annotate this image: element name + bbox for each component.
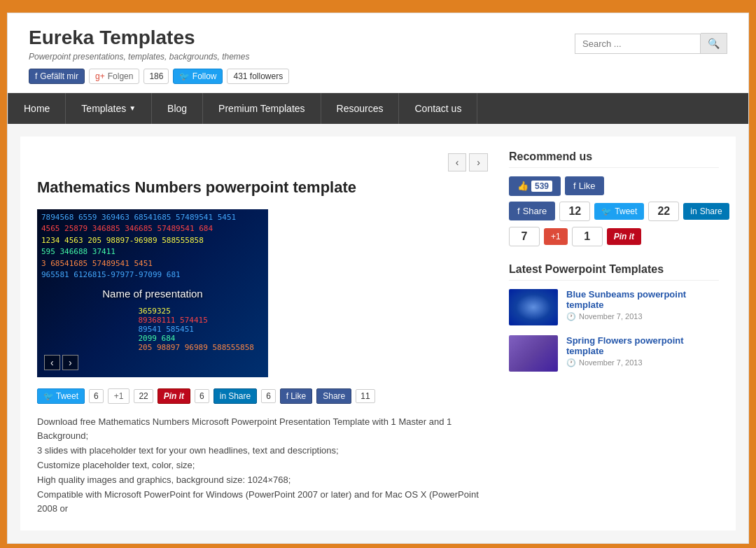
nav-item-premium-templates[interactable]: Premium Templates <box>203 93 321 124</box>
main-content: ‹ › Mathematics Numbers powerpoint templ… <box>37 150 488 517</box>
nav-item-home[interactable]: Home <box>8 93 66 124</box>
clock-icon-1: 🕐 <box>566 358 576 367</box>
facebook-icon: f <box>35 71 37 81</box>
search-button[interactable]: 🔍 <box>701 33 727 54</box>
pin-sidebar-count: 1 <box>572 227 603 246</box>
main-nav: Home Templates ▼ Blog Premium Templates … <box>8 93 748 124</box>
slide-overlay: 7894568 6559 369463 68541685 57489541 54… <box>37 209 268 377</box>
next-page-button[interactable]: › <box>469 153 488 171</box>
sidebar: Recommend us 👍 539 f Like f Share <box>509 150 719 517</box>
nav-item-blog[interactable]: Blog <box>152 93 203 124</box>
template-info-0: Blue Sunbeams powerpoint template 🕐 Nove… <box>566 289 719 321</box>
template-info-1: Spring Flowers powerpoint template 🕐 Nov… <box>566 335 719 367</box>
slide-number-overlay-4: 2099 684 <box>138 334 254 343</box>
twitter-follow-button[interactable]: 🐦 Follow <box>173 69 223 84</box>
slideshow-container: 7894568 6559 369463 68541685 57489541 54… <box>37 209 268 377</box>
nav-item-resources[interactable]: Resources <box>321 93 400 124</box>
gplus-follow-button[interactable]: g+ Folgen <box>89 69 139 84</box>
nav-item-templates[interactable]: Templates ▼ <box>66 93 152 124</box>
linkedin-icon: in <box>690 206 696 216</box>
page-navigation: ‹ › <box>448 153 488 171</box>
linkedin-icon: in <box>220 391 226 401</box>
gplus-share-count: 22 <box>134 389 153 403</box>
template-date-0: 🕐 November 7, 2013 <box>566 312 719 321</box>
content-area: ‹ › Mathematics Numbers powerpoint templ… <box>20 136 736 531</box>
twitter-share-icon: 🐦 <box>43 391 54 401</box>
tweet-bird-icon: 🐦 <box>601 206 612 216</box>
slide-number-overlay-2: 89368111 574415 <box>138 316 254 325</box>
recommend-section: Recommend us 👍 539 f Like f Share <box>509 150 719 246</box>
gplus-icon: g+ <box>95 71 105 81</box>
body-line-4: High quality images and graphics, backgr… <box>37 473 488 488</box>
fb-share-icon: f <box>517 206 520 216</box>
outer-wrapper: Eureka Templates Powerpoint presentation… <box>7 13 749 544</box>
latest-templates-title: Latest Powerpoint Templates <box>509 263 719 281</box>
gplus-sidebar-count: 7 <box>509 227 540 246</box>
clock-icon-0: 🕐 <box>566 312 576 321</box>
tweet-button[interactable]: 🐦 Tweet <box>37 388 85 404</box>
pinterest-widget[interactable]: Pin it <box>607 228 641 245</box>
body-line-1: Download free Mathematics Numbers Micros… <box>37 415 488 444</box>
pinterest-count: 6 <box>195 389 209 403</box>
linkedin-count: 6 <box>261 389 276 403</box>
header-search: 🔍 <box>575 33 727 54</box>
gplus-share-button[interactable]: +1 <box>108 388 130 404</box>
number-line-1: 7894568 6559 369463 68541685 57489541 54… <box>37 212 268 224</box>
number-line-6: 965581 6126815-97977-97099 681 <box>37 269 268 281</box>
recommend-title: Recommend us <box>509 150 719 168</box>
header: Eureka Templates Powerpoint presentation… <box>8 13 748 93</box>
article-body: Download free Mathematics Numbers Micros… <box>37 415 488 517</box>
linkedin-share-button[interactable]: in Share <box>214 388 257 404</box>
body-line-5: Compatible with Microsoft PowerPoint for… <box>37 488 488 517</box>
body-line-2: 3 slides with placeholder text for your … <box>37 444 488 458</box>
fb-like-label-widget[interactable]: f Like <box>565 176 603 195</box>
template-thumb-0 <box>509 289 558 325</box>
fb-share-widget[interactable]: f Share <box>509 202 555 220</box>
nav-item-contact[interactable]: Contact us <box>399 93 477 124</box>
recommend-row2: f Share 12 🐦 Tweet 22 in Sh <box>509 202 719 221</box>
number-line-4: 595 346688 37411 <box>37 246 268 258</box>
slide-number-overlay-3: 89541 585451 <box>138 325 254 334</box>
gplus-count: 186 <box>144 69 169 84</box>
template-item-1: Spring Flowers powerpoint template 🕐 Nov… <box>509 335 719 372</box>
template-name-0[interactable]: Blue Sunbeams powerpoint template <box>566 289 719 310</box>
template-item-0: Blue Sunbeams powerpoint template 🕐 Nove… <box>509 289 719 325</box>
fb-share-article-button[interactable]: Share <box>316 388 351 404</box>
template-thumb-1 <box>509 335 558 372</box>
social-share-bar: 🐦 Tweet 6 +1 22 Pin it 6 in Share 6 <box>37 388 488 404</box>
social-buttons: f Gefällt mir g+ Folgen 186 🐦 Follow 431… <box>29 69 289 84</box>
fb-like-count: 539 <box>531 181 552 192</box>
latest-templates-section: Latest Powerpoint Templates Blue Sunbeam… <box>509 263 719 372</box>
template-name-1[interactable]: Spring Flowers powerpoint template <box>566 335 719 356</box>
slide-number-overlay-5: 205 98897 96989 588555858 <box>138 343 254 352</box>
tweet-count: 6 <box>89 389 104 403</box>
slide-prev-button[interactable]: ‹ <box>44 355 60 370</box>
number-line-5: 3 68541685 57489541 5451 <box>37 258 268 270</box>
number-line-2: 4565 25879 346885 346685 57489541 684 <box>37 223 268 235</box>
fb-like-widget[interactable]: 👍 539 <box>509 176 561 196</box>
facebook-like-button[interactable]: f Gefällt mir <box>29 69 85 84</box>
fb-icon-article: f <box>286 391 288 401</box>
gplus-widget[interactable]: +1 <box>544 228 568 245</box>
twitter-followers-count: 431 followers <box>227 69 289 84</box>
site-tagline: Powerpoint presentations, templates, bac… <box>29 52 289 62</box>
prev-page-button[interactable]: ‹ <box>448 153 467 171</box>
fb-count: 11 <box>356 389 374 403</box>
template-date-1: 🕐 November 7, 2013 <box>566 358 719 367</box>
body-line-3: Customize placeholder text, color, size; <box>37 458 488 473</box>
twitter-icon: 🐦 <box>179 71 190 81</box>
slide-next-button[interactable]: › <box>62 355 78 370</box>
header-left: Eureka Templates Powerpoint presentation… <box>29 26 289 84</box>
linkedin-count-widget: 22 <box>648 202 679 221</box>
search-input[interactable] <box>575 34 701 54</box>
fb-like-thumb-icon: 👍 <box>517 181 528 191</box>
recommend-row3: 7 +1 1 Pin it <box>509 227 719 246</box>
tweet-count-widget: 12 <box>559 202 590 221</box>
fb-like-article-button[interactable]: f Like <box>280 388 312 404</box>
pinterest-button[interactable]: Pin it <box>158 388 190 404</box>
slide-number-overlay-1: 3659325 <box>138 307 254 316</box>
linkedin-widget[interactable]: in Share <box>683 203 729 220</box>
recommend-row1: 👍 539 f Like <box>509 176 719 196</box>
site-title: Eureka Templates <box>29 26 289 50</box>
tweet-widget[interactable]: 🐦 Tweet <box>594 203 644 220</box>
